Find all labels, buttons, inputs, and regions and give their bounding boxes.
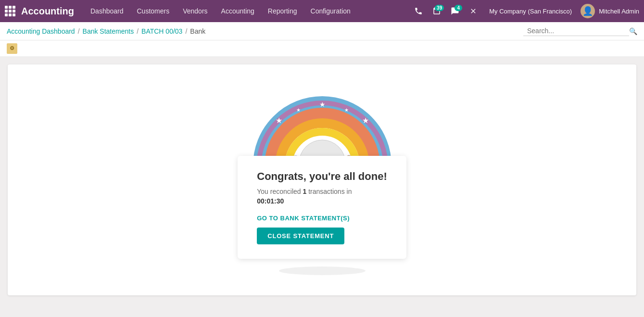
nav-accounting[interactable]: Accounting — [215, 0, 261, 22]
close-icon[interactable] — [466, 4, 480, 18]
svg-text:★: ★ — [362, 116, 369, 125]
navbar-right: 39 4 My Company (San Francisco) 👤 Mitche… — [411, 4, 639, 18]
svg-text:★: ★ — [296, 107, 300, 113]
success-body-text2: transactions in — [306, 188, 352, 195]
svg-text:★: ★ — [319, 101, 325, 108]
svg-text:★: ★ — [344, 107, 348, 113]
calendar-badge: 39 — [435, 5, 444, 11]
nav-menu: Dashboard Customers Vendors Accounting R… — [84, 0, 411, 22]
search-input[interactable] — [523, 26, 629, 36]
toolbar-action-btn[interactable]: ⚙ — [7, 43, 17, 54]
success-body: You reconciled 1 transactions in — [257, 188, 387, 195]
breadcrumb-bar: Accounting Dashboard / Bank Statements /… — [0, 22, 644, 40]
nav-dashboard[interactable]: Dashboard — [84, 0, 130, 22]
message-icon[interactable]: 4 — [448, 4, 462, 18]
breadcrumb-bank-statements[interactable]: Bank Statements — [83, 27, 134, 35]
navbar: Accounting Dashboard Customers Vendors A… — [0, 0, 644, 22]
breadcrumb-sep-1: / — [78, 27, 80, 35]
success-title: Congrats, you're all done! — [257, 170, 387, 183]
avatar[interactable]: 👤 — [581, 4, 595, 18]
toolbar-strip: ⚙ — [0, 40, 644, 57]
breadcrumb-batch[interactable]: BATCH 00/03 — [141, 27, 182, 35]
svg-text:★: ★ — [276, 116, 282, 125]
close-statement-button[interactable]: CLOSE STATEMENT — [257, 228, 344, 244]
success-time: 00:01:30 — [257, 197, 387, 205]
breadcrumb-sep-3: / — [185, 27, 187, 35]
breadcrumb-accounting-dashboard[interactable]: Accounting Dashboard — [7, 27, 75, 35]
success-body-text1: You reconciled — [257, 188, 303, 195]
success-card: Congrats, you're all done! You reconcile… — [238, 156, 406, 259]
breadcrumb-sep-2: / — [137, 27, 139, 35]
user-name: Mitchell Admin — [599, 8, 639, 15]
content-card: ★ ★ ★ ★ ★ — [8, 64, 636, 295]
grid-menu-icon[interactable] — [5, 6, 15, 16]
breadcrumb-bank: Bank — [190, 27, 205, 35]
search-box: 🔍 — [523, 26, 637, 36]
toolbar-action-icon: ⚙ — [7, 43, 17, 54]
nav-reporting[interactable]: Reporting — [261, 0, 304, 22]
search-icon[interactable]: 🔍 — [629, 27, 637, 35]
calendar-icon[interactable]: 39 — [429, 4, 444, 18]
company-name[interactable]: My Company (San Francisco) — [489, 8, 572, 15]
shadow-ellipse — [279, 266, 366, 275]
go-to-bank-statement-link[interactable]: GO TO BANK STATEMENT(S) — [257, 215, 387, 222]
nav-customers[interactable]: Customers — [130, 0, 177, 22]
message-badge: 4 — [455, 5, 462, 11]
main-content: ★ ★ ★ ★ ★ — [0, 57, 644, 317]
nav-configuration[interactable]: Configuration — [304, 0, 357, 22]
nav-vendors[interactable]: Vendors — [176, 0, 214, 22]
app-brand: Accounting — [21, 6, 74, 17]
phone-icon[interactable] — [411, 4, 426, 18]
